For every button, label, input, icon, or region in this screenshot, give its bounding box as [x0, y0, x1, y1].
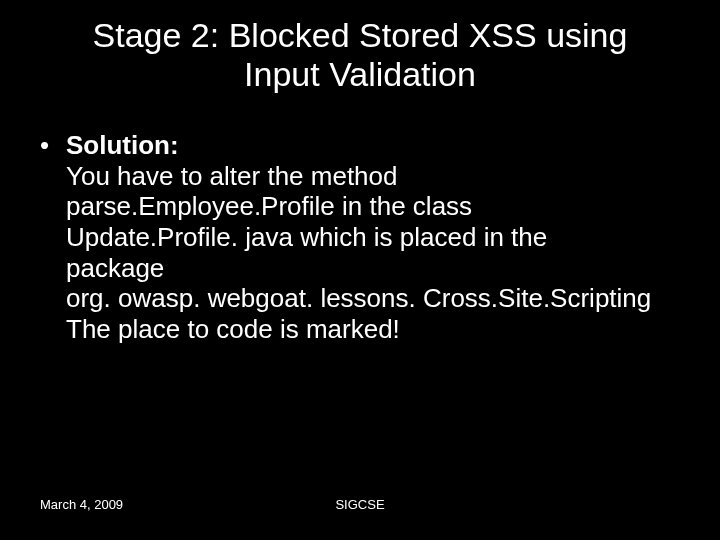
- bullet-item: • Solution:: [40, 130, 680, 161]
- bullet-body-text: You have to alter the method parse.Emplo…: [66, 161, 680, 345]
- slide-body: • Solution: You have to alter the method…: [40, 130, 680, 345]
- slide: Stage 2: Blocked Stored XSS using Input …: [0, 0, 720, 540]
- bullet-label: Solution:: [66, 130, 179, 161]
- footer-center: SIGCSE: [0, 497, 720, 512]
- slide-title: Stage 2: Blocked Stored XSS using Input …: [0, 16, 720, 94]
- bullet-marker: •: [40, 130, 66, 161]
